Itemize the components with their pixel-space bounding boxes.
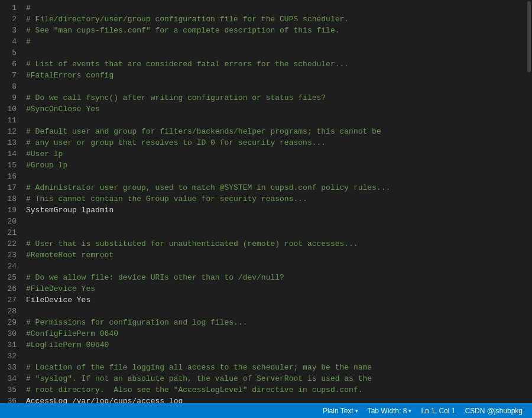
line-number: 21: [5, 227, 17, 238]
cursor-label: Ln 1, Col 1: [421, 407, 455, 415]
language-arrow: ▾: [355, 408, 358, 414]
cursor-position: Ln 1, Col 1: [416, 403, 460, 418]
code-content[interactable]: ## File/directory/user/group configurati…: [21, 0, 526, 403]
line-number: 13: [5, 137, 17, 148]
line-number: 10: [5, 103, 17, 115]
code-line: # "syslog". If not an absolute path, the…: [26, 373, 526, 384]
status-bar: Plain Text▾ Tab Width: 8▾ Ln 1, Col 1 CS…: [0, 403, 532, 418]
code-line: [26, 261, 526, 272]
status-bar-right: Plain Text▾ Tab Width: 8▾ Ln 1, Col 1 CS…: [318, 403, 527, 418]
line-numbers: 1234567891011121314151617181920212223242…: [0, 0, 21, 403]
watermark-label: CSDN @jshubpkg: [465, 407, 523, 415]
line-number: 11: [5, 115, 17, 126]
line-number: 34: [5, 373, 17, 384]
line-number: 29: [5, 317, 17, 328]
code-line: [26, 306, 526, 317]
line-number: 19: [5, 205, 17, 216]
line-number: 17: [5, 182, 17, 193]
code-line: [26, 171, 526, 182]
scrollbar-thumb[interactable]: [527, 1, 531, 72]
line-number: 4: [5, 36, 17, 47]
scrollbar[interactable]: [526, 0, 532, 403]
code-line: # Do we allow file: device URIs other th…: [26, 272, 526, 283]
line-number: 30: [5, 328, 17, 339]
code-line: #: [26, 2, 526, 14]
line-number: 9: [5, 92, 17, 103]
code-line: #SyncOnClose Yes: [26, 103, 526, 115]
line-number: 36: [5, 396, 17, 403]
line-number: 35: [5, 384, 17, 396]
line-number: 27: [5, 294, 17, 306]
code-line: # root directory. Also see the "AccessLo…: [26, 384, 526, 396]
line-number: 2: [5, 14, 17, 25]
line-number: 1: [5, 2, 17, 14]
tab-width-selector[interactable]: Tab Width: 8▾: [363, 403, 417, 418]
language-selector[interactable]: Plain Text▾: [318, 403, 363, 418]
code-line: #RemoteRoot remroot: [26, 249, 526, 261]
code-line: [26, 115, 526, 126]
line-number: 20: [5, 216, 17, 227]
code-line: # User that is substituted for unauthent…: [26, 238, 526, 249]
line-number: 5: [5, 47, 17, 59]
tab-width-arrow: ▾: [408, 408, 411, 414]
code-line: # File/directory/user/group configuratio…: [26, 14, 526, 25]
code-line: #LogFilePerm 00640: [26, 339, 526, 351]
code-line: #User lp: [26, 148, 526, 160]
code-line: #Group lp: [26, 160, 526, 171]
line-number: 26: [5, 283, 17, 294]
code-line: # This cannot contain the Group value fo…: [26, 193, 526, 205]
code-line: [26, 227, 526, 238]
code-line: [26, 216, 526, 227]
line-number: 18: [5, 193, 17, 205]
line-number: 16: [5, 171, 17, 182]
line-number: 32: [5, 351, 17, 362]
code-line: # Administrator user group, used to matc…: [26, 182, 526, 193]
code-line: # List of events that are considered fat…: [26, 59, 526, 70]
watermark: CSDN @jshubpkg: [460, 403, 527, 418]
code-line: # See "man cups-files.conf" for a comple…: [26, 25, 526, 36]
code-line: AccessLog /var/log/cups/access_log: [26, 396, 526, 403]
line-number: 15: [5, 160, 17, 171]
code-line: # Do we call fsync() after writing confi…: [26, 92, 526, 103]
code-line: SystemGroup lpadmin: [26, 205, 526, 216]
line-number: 25: [5, 272, 17, 283]
code-line: FileDevice Yes: [26, 294, 526, 306]
line-number: 24: [5, 261, 17, 272]
code-line: #FatalErrors config: [26, 70, 526, 81]
code-line: #ConfigFilePerm 0640: [26, 328, 526, 339]
code-line: [26, 47, 526, 59]
code-line: # any user or group that resolves to ID …: [26, 137, 526, 148]
code-line: #FileDevice Yes: [26, 283, 526, 294]
code-line: [26, 81, 526, 92]
code-line: [26, 351, 526, 362]
line-number: 7: [5, 70, 17, 81]
code-line: # Default user and group for filters/bac…: [26, 126, 526, 137]
line-number: 6: [5, 59, 17, 70]
line-number: 3: [5, 25, 17, 36]
line-number: 23: [5, 249, 17, 261]
code-line: # Location of the file logging all acces…: [26, 362, 526, 373]
editor-area: 1234567891011121314151617181920212223242…: [0, 0, 532, 403]
line-number: 8: [5, 81, 17, 92]
line-number: 14: [5, 148, 17, 160]
line-number: 33: [5, 362, 17, 373]
line-number: 31: [5, 339, 17, 351]
code-line: #: [26, 36, 526, 47]
line-number: 22: [5, 238, 17, 249]
line-number: 28: [5, 306, 17, 317]
line-number: 12: [5, 126, 17, 137]
language-label: Plain Text: [323, 407, 353, 415]
code-line: # Permissions for configuration and log …: [26, 317, 526, 328]
tab-width-label: Tab Width: 8: [368, 407, 407, 415]
